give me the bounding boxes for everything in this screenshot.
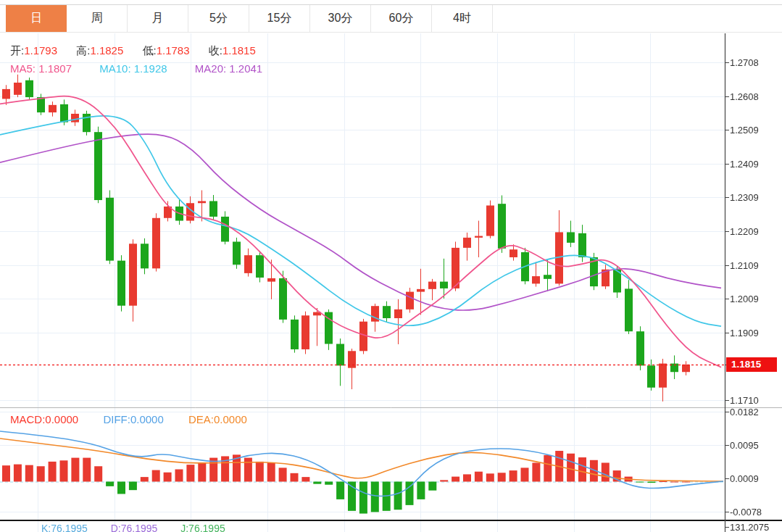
close-label: 收: xyxy=(209,44,222,57)
tab-30min[interactable]: 30分 xyxy=(310,5,371,32)
axis-tick-label: 0.0095 xyxy=(730,440,759,451)
low-label: 低: xyxy=(142,44,156,57)
period-toolbar: 日周月5分15分30分60分4时 xyxy=(0,4,782,33)
axis-tick-label: -0.0078 xyxy=(730,507,762,518)
ma20-value: MA20: 1.2041 xyxy=(195,62,262,75)
axis-tick-label: 1.2608 xyxy=(730,91,759,102)
open-label: 开: xyxy=(10,44,24,57)
open-value: 1.1793 xyxy=(24,44,57,57)
tab-5min[interactable]: 5分 xyxy=(188,5,249,32)
diff-value: DIFF:0.0000 xyxy=(103,413,163,425)
axis-tick-label: 1.1909 xyxy=(730,328,759,338)
tab-month[interactable]: 月 xyxy=(128,5,188,32)
macd-readout: MACD:0.0000 DIFF:0.0000 DEA:0.0000 xyxy=(10,413,269,425)
axis-tick-label: 1.2309 xyxy=(730,192,759,203)
axis-tick-label: 1.2708 xyxy=(730,57,759,68)
axis-tick-label: 0.0009 xyxy=(730,473,759,484)
axis-tick-label: 1.1710 xyxy=(730,395,759,406)
tab-week[interactable]: 周 xyxy=(67,5,128,32)
kdj-readout: K:76.1995 D:76.1995 J:76.1995 xyxy=(41,523,246,532)
low-value: 1.1783 xyxy=(157,44,190,57)
tab-4hour[interactable]: 4时 xyxy=(432,5,493,32)
kdj-k-value: K:76.1995 xyxy=(41,523,88,532)
axis-tick-label: 1.2009 xyxy=(730,294,759,304)
ohlc-readout: 开:1.1793 高:1.1825 低:1.1783 收:1.1815 xyxy=(10,44,272,58)
axis-tick-label: 1.2109 xyxy=(730,260,759,271)
axis-tick-label: 131.2075 xyxy=(730,522,769,532)
tab-60min[interactable]: 60分 xyxy=(371,5,432,32)
ma-readout: MA5: 1.1807 MA10: 1.1928 MA20: 1.2041 xyxy=(10,62,287,75)
macd-value: MACD:0.0000 xyxy=(10,413,78,425)
high-label: 高: xyxy=(76,44,90,57)
axis-tick-label: 1.2409 xyxy=(730,159,759,170)
current-price-badge: 1.1815 xyxy=(726,357,777,372)
tab-15min[interactable]: 15分 xyxy=(249,5,310,32)
ma10-value: MA10: 1.1928 xyxy=(99,62,167,75)
axis-tick-label: 1.2209 xyxy=(730,226,759,237)
ma5-value: MA5: 1.1807 xyxy=(10,62,72,75)
close-value: 1.1815 xyxy=(222,44,256,57)
tab-day[interactable]: 日 xyxy=(6,5,67,32)
axis-tick-label: 1.2509 xyxy=(730,125,759,136)
axis-tick-label: 0.0182 xyxy=(730,407,759,417)
trading-app: { "toolbar": { "tabs": [ {"key":"day","l… xyxy=(0,0,782,532)
high-value: 1.1825 xyxy=(90,44,123,57)
chart-canvas[interactable] xyxy=(0,0,782,532)
dea-value: DEA:0.0000 xyxy=(188,413,247,425)
kdj-j-value: J:76.1995 xyxy=(180,523,225,532)
kdj-d-value: D:76.1995 xyxy=(111,523,158,532)
